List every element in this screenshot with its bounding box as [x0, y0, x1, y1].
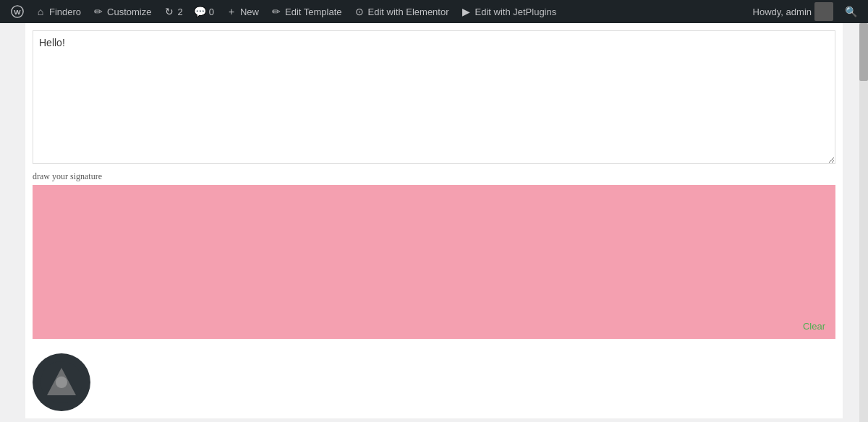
svg-point-4 [56, 376, 67, 388]
edit-jetplugins-menu[interactable]: ▶ Edit with JetPlugins [455, 0, 563, 23]
content-textarea[interactable]: Hello! [33, 30, 835, 164]
findero-label: Findero [49, 7, 81, 17]
wp-logo[interactable]: W [6, 0, 29, 23]
scrollbar-thumb[interactable] [859, 23, 868, 81]
updates-icon: ↻ [163, 6, 175, 17]
svg-text:W: W [14, 8, 21, 16]
edit-jetplugins-label: Edit with JetPlugins [475, 7, 557, 17]
new-label: New [240, 7, 259, 17]
search-icon: 🔍 [845, 6, 856, 17]
comments-menu[interactable]: 💬 0 [189, 0, 220, 23]
user-avatar-icon [814, 2, 833, 21]
scrollbar-track[interactable] [859, 23, 868, 422]
updates-count: 2 [178, 7, 183, 17]
search-button[interactable]: 🔍 [839, 0, 862, 23]
edit-template-icon: ✏ [271, 6, 282, 17]
findero-menu[interactable]: ⌂ Findero [29, 0, 87, 23]
customize-menu[interactable]: ✏ Customize [87, 0, 157, 23]
updates-menu[interactable]: ↻ 2 [158, 0, 189, 23]
elementor-icon: ⊙ [354, 6, 365, 17]
howdy-menu[interactable]: Howdy, admin [747, 0, 839, 23]
customize-icon: ✏ [93, 6, 104, 17]
clear-button[interactable]: Clear [799, 319, 830, 333]
signature-section: draw your signature Clear [33, 171, 835, 339]
findero-icon: ⌂ [35, 6, 46, 17]
avatar [33, 353, 90, 411]
comments-icon: 💬 [195, 6, 206, 17]
signature-pad[interactable]: Clear [33, 185, 835, 339]
customize-label: Customize [107, 7, 151, 17]
howdy-label: Howdy, admin [753, 7, 812, 17]
jetplugins-icon: ▶ [461, 6, 472, 17]
main-content: Hello! draw your signature Clear [0, 23, 868, 422]
edit-elementor-menu[interactable]: ⊙ Edit with Elementor [348, 0, 455, 23]
new-icon: + [226, 6, 237, 17]
bottom-avatar [33, 353, 835, 411]
comments-count: 0 [209, 7, 214, 17]
signature-label: draw your signature [33, 171, 835, 182]
new-menu[interactable]: + New [220, 0, 265, 23]
edit-template-label: Edit Template [285, 7, 342, 17]
edit-template-menu[interactable]: ✏ Edit Template [265, 0, 348, 23]
admin-bar: W ⌂ Findero ✏ Customize ↻ 2 💬 0 + New ✏ … [0, 0, 868, 23]
text-area-wrapper: Hello! [33, 30, 835, 167]
edit-elementor-label: Edit with Elementor [368, 7, 449, 17]
page-body: Hello! draw your signature Clear [25, 23, 843, 418]
